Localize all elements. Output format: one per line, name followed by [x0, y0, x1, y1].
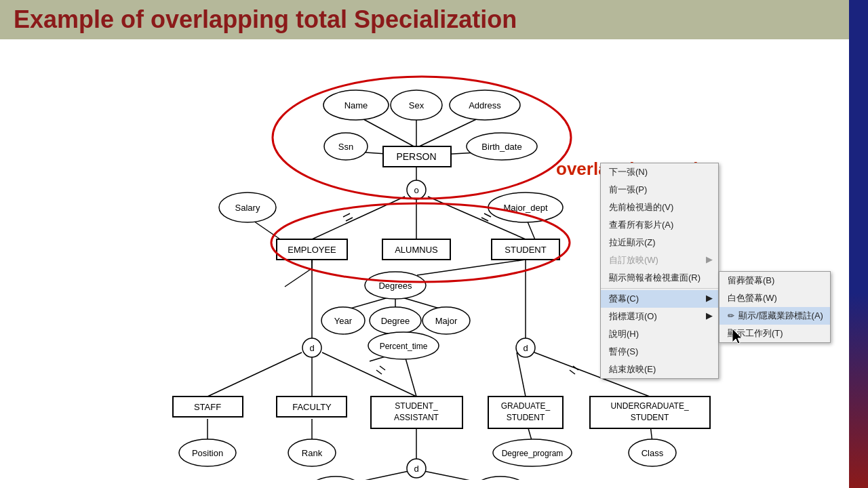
svg-text:d: d: [523, 343, 528, 353]
svg-line-7: [346, 218, 353, 221]
svg-text:Major: Major: [435, 316, 458, 326]
menu-next[interactable]: 下一張(N): [601, 163, 718, 181]
svg-text:Degree: Degree: [381, 316, 410, 326]
svg-text:STUDENT: STUDENT: [505, 245, 546, 255]
svg-text:Rank: Rank: [302, 448, 323, 458]
svg-text:Position: Position: [192, 448, 223, 458]
svg-text:d: d: [309, 343, 314, 353]
svg-line-8: [343, 214, 350, 217]
menu-end[interactable]: 結束放映(E): [601, 361, 718, 378]
svg-text:ALUMNUS: ALUMNUS: [395, 245, 438, 255]
submenu-white-screen[interactable]: 白色螢幕(W): [719, 289, 830, 307]
svg-text:FACULTY: FACULTY: [292, 402, 332, 412]
svg-point-105: [473, 476, 528, 480]
menu-pointer-options[interactable]: 指標選項(O): [601, 308, 718, 325]
submenu-show-hide-annotations[interactable]: ✏ 顯示/隱藏業跡標註(A): [719, 307, 830, 325]
menu-pause[interactable]: 暫停(S): [601, 343, 718, 361]
svg-text:Ssn: Ssn: [338, 142, 353, 152]
diagram: PERSON EMPLOYEE ALUMNUS STUDENT STAFF FA…: [0, 39, 849, 480]
menu-presenter-view[interactable]: 顯示簡報者檢視畫面(R): [601, 269, 718, 287]
svg-text:Year: Year: [334, 316, 353, 326]
submenu-black-screen[interactable]: 留葬螢幕(B): [719, 272, 830, 289]
svg-text:STAFF: STAFF: [194, 402, 221, 412]
submenu-show-taskbar[interactable]: 顯示工作列(T): [719, 325, 830, 342]
svg-text:Degree_program: Degree_program: [502, 449, 564, 458]
svg-line-14: [285, 268, 312, 287]
menu-view-all[interactable]: 查看所有影片(A): [601, 216, 718, 234]
right-stripe: [849, 0, 868, 488]
svg-line-18: [417, 260, 526, 275]
header: Example of overlapping total Specializat…: [0, 0, 868, 39]
svg-line-23: [208, 352, 302, 396]
svg-text:UNDERGRADUATE_: UNDERGRADUATE_: [610, 401, 688, 411]
svg-text:GRADUATE_: GRADUATE_: [501, 401, 551, 411]
svg-line-32: [380, 366, 385, 370]
svg-text:o: o: [414, 185, 418, 195]
pencil-icon: ✏: [728, 311, 734, 321]
svg-line-12: [484, 214, 491, 217]
svg-line-27: [517, 352, 526, 396]
menu-prev-view[interactable]: 先前檢視過的(V): [601, 199, 718, 216]
svg-text:Salary: Salary: [235, 203, 260, 213]
menu-custom-show[interactable]: 自訂放映(W): [601, 251, 718, 269]
svg-text:Class: Class: [642, 448, 664, 458]
svg-text:EMPLOYEE: EMPLOYEE: [288, 245, 336, 255]
svg-line-6: [312, 197, 405, 239]
svg-text:Name: Name: [344, 100, 368, 110]
page-title: Example of overlapping total Specializat…: [14, 5, 854, 34]
svg-text:ASSISTANT: ASSISTANT: [394, 413, 439, 422]
svg-text:Percent_time: Percent_time: [380, 342, 428, 351]
svg-text:STUDENT_: STUDENT_: [395, 401, 438, 411]
svg-text:STUDENT: STUDENT: [631, 413, 669, 422]
svg-line-29: [570, 370, 575, 374]
menu-screen[interactable]: 螢幕(C): [601, 290, 718, 308]
sub-menu[interactable]: 留葬螢幕(B) 白色螢幕(W) ✏ 顯示/隱藏業跡標註(A) 顯示工作列(T): [719, 271, 831, 343]
menu-prev[interactable]: 前一張(P): [601, 181, 718, 199]
menu-help[interactable]: 說明(H): [601, 325, 718, 343]
svg-line-31: [376, 370, 382, 374]
svg-text:Sex: Sex: [409, 100, 425, 110]
svg-text:d: d: [414, 464, 418, 474]
menu-zoom[interactable]: 拉近顯示(Z): [601, 234, 718, 251]
svg-text:Address: Address: [469, 100, 501, 110]
svg-text:PERSON: PERSON: [396, 151, 436, 162]
context-menu[interactable]: 下一張(N) 前一張(P) 先前檢視過的(V) 查看所有影片(A) 拉近顯示(Z…: [600, 163, 719, 379]
svg-point-103: [309, 476, 363, 480]
svg-text:STUDENT: STUDENT: [507, 413, 545, 422]
svg-text:Birth_date: Birth_date: [481, 142, 521, 152]
